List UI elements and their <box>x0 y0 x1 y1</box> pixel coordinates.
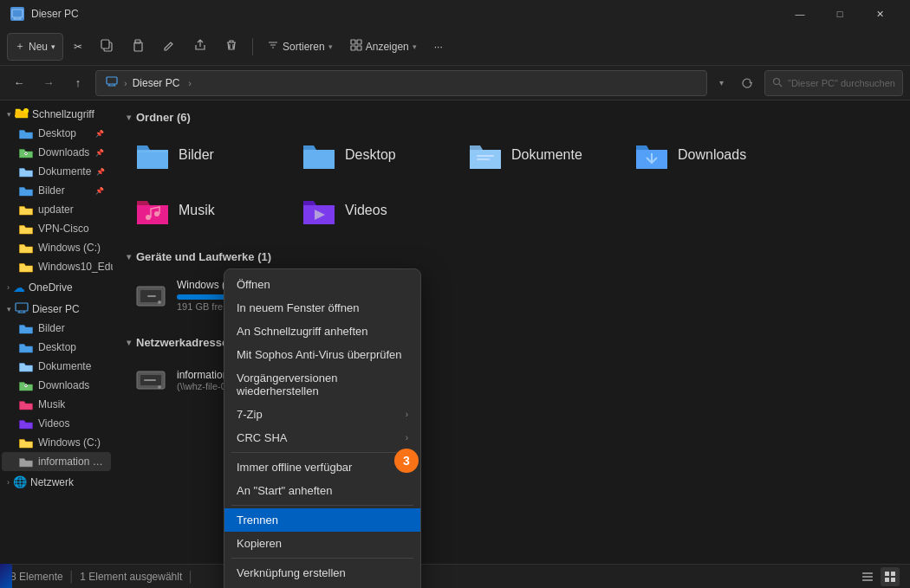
ctx-vorgaenger-label: Vorgängerversionen wiederherstellen <box>237 372 408 397</box>
window-controls: — □ ✕ <box>780 0 900 28</box>
musik-pc-icon <box>19 397 33 411</box>
svg-point-13 <box>774 78 780 84</box>
ctx-7zip-label: 7-Zip <box>237 408 399 421</box>
netzwerk-header[interactable]: › 🌐 Netzwerk <box>0 473 113 491</box>
ctx-7zip[interactable]: 7-Zip › <box>224 403 420 426</box>
ctx-verknuepfung[interactable]: Verknüpfung erstellen <box>224 561 420 585</box>
status-left: 8 Elemente │ 1 Element ausgewählt │ <box>10 571 194 583</box>
ctx-pin-quick[interactable]: An Schnellzugriff anheften <box>224 320 420 343</box>
sidebar-item-desktop-pc[interactable]: Desktop <box>2 338 111 357</box>
close-button[interactable]: ✕ <box>860 0 900 28</box>
folder-videos[interactable]: Videos <box>293 188 449 233</box>
bilder-name: Bilder <box>179 147 214 163</box>
dieser-pc-header[interactable]: ▾ Dieser PC <box>0 299 113 319</box>
sidebar-item-downloads[interactable]: Downloads 📌 <box>2 143 111 162</box>
svg-rect-35 <box>891 578 895 582</box>
info-pc-icon <box>19 455 33 468</box>
rename-icon <box>162 38 176 55</box>
ctx-sophos[interactable]: Mit Sophos Anti-Virus überprüfen <box>224 343 420 366</box>
details-view-button[interactable] <box>858 567 877 586</box>
back-button[interactable]: ← <box>7 71 31 95</box>
sidebar-item-bilder[interactable]: Bilder 📌 <box>2 181 111 200</box>
onedrive-header[interactable]: › ☁ OneDrive <box>0 278 113 297</box>
ctx-trennen[interactable]: Trennen <box>224 508 420 532</box>
share-button[interactable] <box>186 33 214 61</box>
svg-rect-8 <box>351 40 355 44</box>
pin-icon-dok: 📌 <box>96 168 105 176</box>
chevron-right-icon: › <box>7 283 10 292</box>
status-selected: 1 Element ausgewählt <box>80 571 182 583</box>
ctx-kopieren[interactable]: Kopieren <box>224 532 420 555</box>
sidebar-item-dl-pc[interactable]: Downloads <box>2 376 111 395</box>
address-input[interactable]: › Dieser PC › <box>95 70 707 96</box>
delete-button[interactable] <box>218 33 245 61</box>
cut-button[interactable]: ✂ <box>67 33 89 61</box>
sidebar-item-dok-pc[interactable]: Dokumente <box>2 357 111 376</box>
main-layout: ▾ Schnellzugriff Desktop 📌 <box>0 100 910 564</box>
musik-name: Musik <box>179 203 215 218</box>
folder-musik[interactable]: Musik <box>127 188 283 233</box>
search-icon <box>772 77 783 89</box>
desktop-name: Desktop <box>345 147 396 163</box>
sidebar-item-winc-pc[interactable]: Windows (C:) <box>2 433 111 452</box>
geraete-header[interactable]: ▾ Geräte und Laufwerke (1) <box>127 250 896 263</box>
onedrive-section: › ☁ OneDrive <box>0 278 113 297</box>
dok-pc-icon <box>19 359 33 373</box>
ctx-crc[interactable]: CRC SHA › <box>224 426 420 449</box>
svg-point-27 <box>158 385 161 389</box>
ctx-offnen[interactable]: Öffnen <box>224 273 420 296</box>
ctx-trennen-label: Trennen <box>237 514 408 527</box>
sidebar-item-updater[interactable]: updater <box>2 200 111 219</box>
sidebar-item-desktop[interactable]: Desktop 📌 <box>2 124 111 143</box>
paste-button[interactable] <box>124 33 152 61</box>
svg-point-23 <box>158 300 161 304</box>
up-button[interactable]: ↑ <box>66 71 90 95</box>
dl-pc-icon <box>19 378 33 392</box>
desktop-pc-icon <box>19 340 33 354</box>
pc-icon <box>105 74 119 91</box>
pin-icon-bil: 📌 <box>95 187 104 195</box>
sidebar-item-win10edu[interactable]: Windows10_Edu <box>2 257 111 276</box>
updater-folder-icon <box>19 203 33 216</box>
search-box[interactable]: "Dieser PC" durchsuchen <box>764 70 903 96</box>
folder-dokumente[interactable]: Dokumente <box>459 132 615 178</box>
rename-button[interactable] <box>155 33 183 61</box>
sidebar-item-windowsc[interactable]: Windows (C:) <box>2 238 111 257</box>
forward-button[interactable]: → <box>36 71 61 95</box>
sidebar-item-dokumente[interactable]: Dokumente 📌 <box>2 162 111 181</box>
ctx-vorgaenger[interactable]: Vorgängerversionen wiederherstellen <box>224 366 420 403</box>
svg-point-20 <box>154 211 159 216</box>
address-dropdown-button[interactable]: ▾ <box>712 70 730 96</box>
window-title: Dieser PC <box>31 8 79 20</box>
win10edu-icon <box>19 260 33 274</box>
sort-button[interactable]: Sortieren ▾ <box>260 33 340 61</box>
sort-arrow-icon: ▾ <box>328 42 333 51</box>
maximize-button[interactable]: □ <box>820 0 860 28</box>
sidebar-item-info-pc[interactable]: information (\\wh <box>2 452 111 471</box>
pin-icon: 📌 <box>95 130 104 138</box>
sidebar-item-videos-pc[interactable]: Videos <box>2 414 111 433</box>
ctx-offline[interactable]: Immer offline verfügbar <box>224 456 420 479</box>
folder-downloads[interactable]: Downloads <box>626 132 782 178</box>
folder-desktop[interactable]: Desktop <box>293 132 449 178</box>
ctx-new-window[interactable]: In neuem Fenster öffnen <box>224 296 420 320</box>
ordner-header[interactable]: ▾ Ordner (6) <box>127 111 896 124</box>
winc-pc-label: Windows (C:) <box>38 436 101 449</box>
tiles-view-button[interactable] <box>881 567 900 586</box>
sidebar-item-musik-pc[interactable]: Musik <box>2 395 111 414</box>
schnellzugriff-header[interactable]: ▾ Schnellzugriff <box>0 104 113 124</box>
refresh-button[interactable] <box>735 71 759 95</box>
copy-button[interactable] <box>93 33 120 61</box>
sidebar-item-vpn[interactable]: VPN-Cisco <box>2 219 111 238</box>
sidebar-item-bilder-pc[interactable]: Bilder <box>2 319 111 338</box>
schnellzugriff-section: ▾ Schnellzugriff Desktop 📌 <box>0 104 113 276</box>
more-button[interactable]: ··· <box>427 33 450 61</box>
ctx-pin-start[interactable]: An "Start" anheften <box>224 479 420 502</box>
minimize-button[interactable]: — <box>780 0 820 28</box>
folder-bilder[interactable]: Bilder <box>127 132 283 178</box>
new-button[interactable]: ＋ Neu ▾ <box>7 33 63 61</box>
bilder-pc-label: Bilder <box>38 322 65 334</box>
ctx-umbenennen[interactable]: Umbenennen <box>224 585 420 588</box>
onedrive-label: OneDrive <box>29 281 73 294</box>
view-button[interactable]: Anzeigen ▾ <box>343 33 424 61</box>
